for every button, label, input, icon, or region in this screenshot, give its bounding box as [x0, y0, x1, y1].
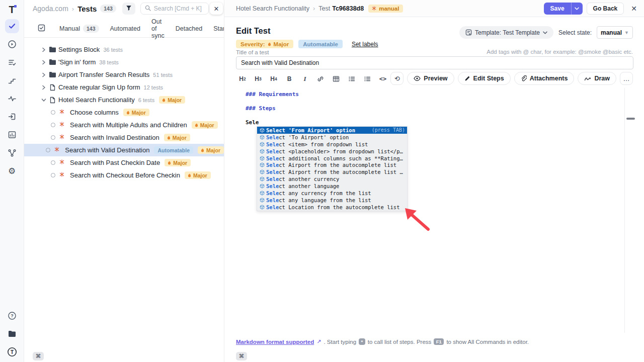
suite-label: Airport Transfer Search Results	[58, 71, 149, 78]
set-labels-link[interactable]: Set labels	[352, 41, 378, 48]
bullet-list-button[interactable]	[362, 73, 373, 84]
tab-out-of-sync[interactable]: Out of sync	[151, 18, 165, 39]
nav-analytics[interactable]	[5, 92, 19, 106]
tree-test-valid-destination[interactable]: Search with Valid Destination Automatabl…	[24, 144, 224, 156]
heading3-button[interactable]: H3	[253, 73, 264, 84]
editor-typed-text[interactable]: Sele	[246, 119, 259, 126]
tab-automated[interactable]: Automated	[110, 25, 140, 32]
tree-test-past-checkin[interactable]: Search with Past Checkin Date Major	[24, 156, 224, 169]
nav-reports[interactable]	[5, 128, 19, 142]
severity-pill[interactable]: Severity: Major	[236, 40, 293, 48]
code-button[interactable]: <>	[377, 73, 388, 84]
autocomplete-item[interactable]: Select 'To Airport' option	[257, 134, 407, 141]
tree-suite-airport-transfer[interactable]: Airport Transfer Search Results 51 tests	[24, 68, 224, 81]
chevron-right-icon[interactable]	[40, 47, 47, 52]
editor-heading-requirements[interactable]: ### Requirements	[246, 91, 299, 98]
preview-button[interactable]: Preview	[407, 72, 454, 85]
autocomplete-item[interactable]: Select any currency from the list	[257, 190, 407, 197]
nav-tests[interactable]	[5, 19, 19, 33]
go-back-button[interactable]: Go Back	[587, 3, 624, 15]
search-field[interactable]	[140, 3, 209, 15]
attachments-button[interactable]: Attachments	[514, 72, 575, 85]
autocomplete-item[interactable]: Select additional columns such as **Rati…	[257, 155, 407, 162]
tree-suite-create-signup[interactable]: Create regular Sign Up form 12 tests	[24, 81, 224, 94]
chevron-right-icon[interactable]	[40, 72, 47, 77]
command-key-badge[interactable]: ⌘	[33, 352, 44, 360]
editor-scrollbar-thumb[interactable]	[626, 118, 635, 120]
autocomplete-item[interactable]: Select any language from the list	[257, 197, 407, 204]
tree-suite-settings-block[interactable]: Settings Block 36 tests	[24, 43, 224, 56]
tree-test-multiple-adults[interactable]: Search with Multiple Adults and Children…	[24, 119, 224, 131]
tree-test-choose-columns[interactable]: Choose columns Major	[24, 106, 224, 119]
test-status-circle[interactable]	[46, 148, 50, 152]
autocomplete-item-selected[interactable]: Select 'From Airport' option (press TAB)	[257, 127, 407, 134]
close-panel-button[interactable]: ✕	[631, 5, 637, 13]
save-button[interactable]: Save	[544, 3, 583, 15]
flame-icon	[194, 123, 199, 128]
test-status-circle[interactable]	[51, 173, 55, 177]
heading2-button[interactable]: H2	[237, 73, 248, 84]
test-status-circle[interactable]	[51, 123, 55, 127]
italic-button[interactable]: I	[299, 73, 310, 84]
ordered-list-button[interactable]	[346, 73, 357, 84]
test-status-circle[interactable]	[51, 160, 55, 165]
external-link-icon[interactable]: ↗	[316, 338, 321, 345]
state-select[interactable]: manual ▼	[597, 26, 633, 39]
chevron-right-icon[interactable]	[40, 60, 47, 65]
command-key-badge[interactable]: ⌘	[236, 352, 247, 360]
nav-help[interactable]: ?	[5, 309, 19, 323]
automatable-badge: Automatable	[154, 146, 193, 154]
autocomplete-item[interactable]: Select <placeholder> from dropdown list<…	[257, 148, 407, 155]
save-button-label[interactable]: Save	[544, 3, 571, 15]
breadcrumb-suite[interactable]: Hotel Search Functionality	[236, 5, 309, 12]
autocomplete-item[interactable]: Select Airport from the autocomplete lis…	[257, 161, 407, 168]
nav-settings[interactable]: ⚙	[5, 164, 19, 178]
autocomplete-item[interactable]: Select <item> from dropdown list	[257, 141, 407, 148]
autocomplete-item[interactable]: Select Airport from the autocomplete lis…	[257, 168, 407, 175]
automatable-pill[interactable]: Automatable	[298, 40, 343, 48]
nav-import[interactable]	[5, 110, 19, 124]
test-status-circle[interactable]	[51, 110, 55, 115]
test-status-circle[interactable]	[51, 135, 55, 140]
bold-button[interactable]: B	[284, 73, 295, 84]
editor-heading-steps[interactable]: ### Steps	[246, 105, 276, 112]
more-actions-button[interactable]: …	[620, 72, 633, 85]
tree-suite-sign-in-form[interactable]: 'Sign in' form 38 tests	[24, 56, 224, 68]
chevron-down-icon[interactable]	[40, 98, 47, 102]
test-title-input[interactable]	[236, 56, 633, 69]
folder-icon	[47, 71, 57, 78]
autocomplete-item[interactable]: Select another currency	[257, 175, 407, 183]
severity-badge: Major	[165, 159, 191, 166]
nav-steps[interactable]	[5, 73, 19, 87]
test-label: Choose columns	[70, 109, 119, 116]
draw-button[interactable]: Draw	[578, 72, 616, 85]
tree-suite-hotel-search[interactable]: Hotel Search Functionality 6 tests Major	[24, 94, 224, 106]
eye-icon	[414, 75, 421, 81]
edit-steps-button[interactable]: Edit Steps	[458, 72, 511, 85]
heading4-button[interactable]: H4	[268, 73, 279, 84]
tree-test-checkout-before-checkin[interactable]: Search with Checkout Before Checkin Majo…	[24, 169, 224, 182]
autocomplete-item[interactable]: Select another language	[257, 183, 407, 190]
nav-projects[interactable]	[5, 327, 19, 341]
chevron-right-icon[interactable]	[40, 85, 47, 90]
nav-runs[interactable]	[5, 37, 19, 51]
table-button[interactable]	[331, 73, 342, 84]
save-dropdown-caret[interactable]	[571, 3, 583, 15]
markdown-supported-link[interactable]: Markdown format supported	[236, 339, 314, 345]
select-all-icon[interactable]	[38, 24, 45, 34]
filter-button[interactable]	[122, 3, 135, 15]
nav-plans[interactable]	[5, 55, 19, 69]
nav-profile[interactable]: T	[5, 345, 19, 359]
close-search-button[interactable]: ✕	[210, 3, 223, 15]
breadcrumb-project[interactable]: Agoda.com	[33, 5, 68, 13]
testomat-logo[interactable]: T	[9, 4, 15, 15]
link-button[interactable]	[315, 73, 326, 84]
tab-manual[interactable]: Manual 143	[59, 25, 99, 33]
nav-branches[interactable]	[5, 146, 19, 160]
history-button[interactable]: ⟲	[390, 72, 404, 85]
template-button[interactable]: Template: Test Template	[459, 26, 553, 39]
tab-detached[interactable]: Detached	[176, 25, 203, 32]
search-input[interactable]	[154, 5, 204, 12]
autocomplete-item[interactable]: Select Location from the autocomplete li…	[257, 204, 407, 211]
tree-test-invalid-destination[interactable]: Search with Invalid Destination Major	[24, 131, 224, 144]
